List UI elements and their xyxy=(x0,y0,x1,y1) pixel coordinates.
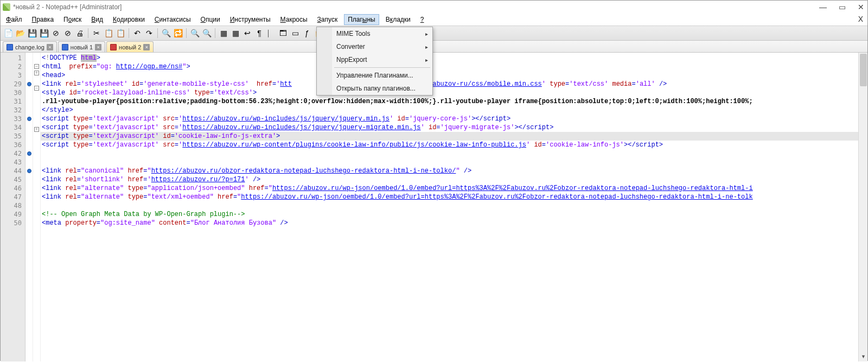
cut-icon[interactable]: ✂ xyxy=(91,28,102,39)
indent-guide-icon[interactable]: ⎸ xyxy=(266,28,277,39)
dropdown-label: NppExport xyxy=(336,56,367,63)
file-tab-changelog[interactable]: change.log × xyxy=(3,41,57,52)
plugins-dropdown-menu: MIME Tools▸ Converter▸ NppExport▸ Управл… xyxy=(316,27,433,96)
close-tab-icon[interactable]: × xyxy=(143,44,150,50)
func-list-icon[interactable]: ƒ xyxy=(302,28,312,39)
line-number-gutter: 1232930313233343536424344454647484950 xyxy=(1,53,25,361)
submenu-arrow-icon: ▸ xyxy=(425,44,428,50)
submenu-arrow-icon: ▸ xyxy=(425,31,428,37)
menu-item-plugin-admin[interactable]: Управление Плагинами... xyxy=(332,69,432,82)
menu-plugins[interactable]: Плагыны xyxy=(344,14,379,25)
tab-label: новый 1 xyxy=(71,44,93,50)
saved-disk-icon xyxy=(7,44,13,50)
close-tab-icon[interactable]: × xyxy=(47,44,53,50)
menu-item-nppexport[interactable]: NppExport▸ xyxy=(332,53,432,66)
toolbar-separator xyxy=(157,28,158,38)
menu-settings[interactable]: Опции xyxy=(197,15,224,24)
menu-tools[interactable]: Инструменты xyxy=(227,15,274,24)
file-tab-new2[interactable]: новый 2 × xyxy=(106,41,154,52)
scroll-down-icon[interactable]: ▼ xyxy=(859,352,868,361)
show-all-chars-icon[interactable]: ¶ xyxy=(254,28,265,39)
close-file-icon[interactable]: ⊘ xyxy=(50,28,61,39)
doc-map-icon[interactable]: ▭ xyxy=(290,28,301,39)
menu-file[interactable]: Файл xyxy=(3,15,25,24)
toolbar-separator xyxy=(215,28,215,38)
code-content[interactable]: <!DOCTYPE html><html prefix="og: http://… xyxy=(41,53,867,361)
menu-bar: Файл Правка Поиск Вид Кодировки Синтакси… xyxy=(1,14,867,26)
editor-area[interactable]: 1232930313233343536424344454647484950 −+… xyxy=(1,53,867,361)
udl-icon[interactable]: 🗔 xyxy=(278,28,289,39)
menu-edit[interactable]: Правка xyxy=(29,15,58,24)
zoom-out-icon[interactable]: 🔍 xyxy=(201,28,212,39)
title-bar: *новый 2 - Notepad++ [Administrator] — ▭… xyxy=(1,1,867,14)
dropdown-label: MIME Tools xyxy=(336,30,370,37)
save-icon[interactable]: 💾 xyxy=(27,28,37,39)
submenu-arrow-icon: ▸ xyxy=(425,57,428,63)
dropdown-label: Converter xyxy=(336,43,365,50)
wrap-icon[interactable]: ↩ xyxy=(242,28,253,39)
maximize-button[interactable]: ▭ xyxy=(839,3,846,11)
file-tab-new1[interactable]: новый 1 × xyxy=(58,41,105,52)
paste-icon[interactable]: 📋 xyxy=(115,28,126,39)
app-icon xyxy=(3,3,10,11)
tab-strip: change.log × новый 1 × новый 2 × xyxy=(1,41,867,53)
menu-window[interactable]: Вкладки xyxy=(382,15,414,24)
sync-h-icon[interactable]: ▦ xyxy=(230,28,241,39)
undo-icon[interactable]: ↶ xyxy=(132,28,143,39)
redo-icon[interactable]: ↷ xyxy=(144,28,155,39)
menu-language[interactable]: Синтаксисы xyxy=(151,15,194,24)
menu-macro[interactable]: Макросы xyxy=(277,15,311,24)
unsaved-disk-icon xyxy=(110,44,117,50)
toolbar-separator xyxy=(186,28,187,38)
minimize-button[interactable]: — xyxy=(819,3,827,11)
toolbar: 📄 📂 💾 💾 ⊘ ⊘ 🖨 ✂ 📋 📋 ↶ ↷ 🔍 🔁 🔍 🔍 ▦ ▦ ↩ ¶ … xyxy=(1,26,867,41)
menu-view[interactable]: Вид xyxy=(88,15,106,24)
toolbar-separator xyxy=(88,28,88,38)
dropdown-separator xyxy=(334,67,430,68)
close-tab-icon[interactable]: × xyxy=(95,44,101,50)
new-file-icon[interactable]: 📄 xyxy=(3,28,14,39)
tab-label: новый 2 xyxy=(119,44,141,50)
zoom-in-icon[interactable]: 🔍 xyxy=(189,28,200,39)
dropdown-label: Открыть папку плагинов... xyxy=(336,85,416,92)
fold-margin: −+−+ xyxy=(33,53,41,361)
menu-item-mime-tools[interactable]: MIME Tools▸ xyxy=(332,27,432,40)
tab-label: change.log xyxy=(15,44,44,50)
menu-item-converter[interactable]: Converter▸ xyxy=(332,40,432,53)
vertical-scrollbar[interactable]: ▲ ▼ xyxy=(858,53,867,361)
toolbar-separator xyxy=(129,28,129,38)
toolbar-close-x-icon[interactable]: X xyxy=(858,15,863,23)
replace-icon[interactable]: 🔁 xyxy=(173,28,183,39)
scroll-thumb[interactable] xyxy=(860,54,867,86)
dropdown-label: Управление Плагинами... xyxy=(336,72,413,79)
close-all-icon[interactable]: ⊘ xyxy=(62,28,73,39)
open-file-icon[interactable]: 📂 xyxy=(15,28,25,39)
menu-encoding[interactable]: Кодировки xyxy=(110,15,148,24)
sync-v-icon[interactable]: ▦ xyxy=(218,28,229,39)
menu-item-open-plugins-folder[interactable]: Открыть папку плагинов... xyxy=(332,82,432,95)
find-icon[interactable]: 🔍 xyxy=(161,28,171,39)
print-icon[interactable]: 🖨 xyxy=(74,28,85,39)
menu-run[interactable]: Запуск xyxy=(314,15,341,24)
copy-icon[interactable]: 📋 xyxy=(103,28,114,39)
save-all-icon[interactable]: 💾 xyxy=(39,28,49,39)
window-title: *новый 2 - Notepad++ [Administrator] xyxy=(13,3,122,11)
marker-margin xyxy=(25,53,33,361)
saved-disk-icon xyxy=(62,44,68,50)
close-window-button[interactable]: ✕ xyxy=(858,3,864,11)
menu-help[interactable]: ? xyxy=(417,15,427,24)
menu-search[interactable]: Поиск xyxy=(60,15,85,24)
